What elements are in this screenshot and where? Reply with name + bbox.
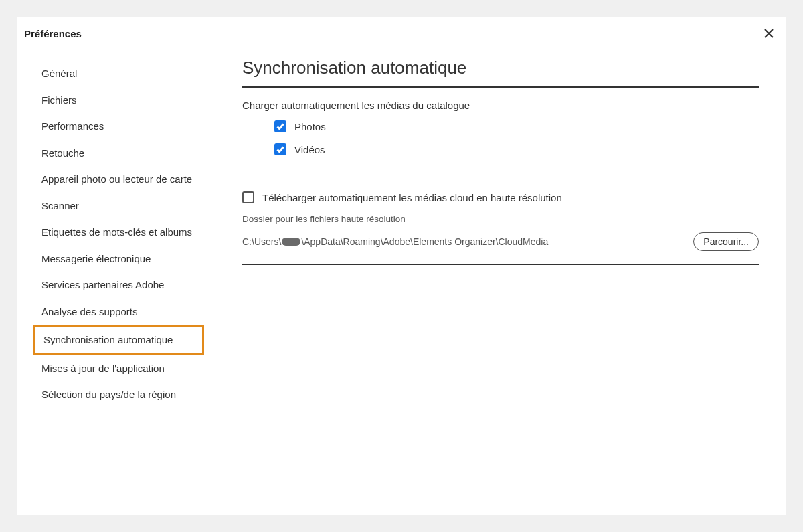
sidebar-item-media-analysis[interactable]: Analyse des supports	[17, 298, 215, 325]
redacted-username	[282, 238, 300, 246]
sidebar-item-partner-services[interactable]: Services partenaires Adobe	[17, 272, 215, 298]
photos-checkbox-label: Photos	[294, 121, 326, 132]
titlebar: Préférences	[17, 17, 786, 48]
folder-row: C:\Users\ \AppData\Roaming\Adobe\Element…	[242, 232, 759, 265]
folder-path: C:\Users\ \AppData\Roaming\Adobe\Element…	[242, 236, 548, 247]
spacer	[242, 166, 759, 191]
sidebar-item-performance[interactable]: Performances	[17, 113, 215, 140]
videos-checkbox-row: Vidéos	[274, 143, 759, 155]
panel-heading: Synchronisation automatique	[242, 58, 759, 88]
folder-path-prefix: C:\Users\	[242, 236, 281, 247]
dialog-title: Préférences	[24, 28, 82, 39]
close-icon	[764, 28, 774, 39]
folder-label: Dossier pour les fichiers haute résoluti…	[242, 214, 759, 224]
sidebar-item-editing[interactable]: Retouche	[17, 140, 215, 167]
check-icon	[276, 122, 284, 130]
sidebar-item-auto-sync[interactable]: Synchronisation automatique	[33, 325, 204, 355]
sidebar: Général Fichiers Performances Retouche A…	[17, 48, 215, 515]
browse-button[interactable]: Parcourir...	[693, 232, 759, 251]
sidebar-item-keyword-tags[interactable]: Etiquettes de mots-clés et albums	[17, 219, 215, 246]
videos-checkbox-label: Vidéos	[294, 144, 325, 155]
photos-checkbox[interactable]	[274, 120, 286, 132]
close-button[interactable]	[762, 26, 776, 41]
auto-upload-label: Charger automatiquement les médias du ca…	[242, 100, 759, 111]
photos-checkbox-row: Photos	[274, 120, 759, 132]
sidebar-item-camera[interactable]: Appareil photo ou lecteur de carte	[17, 166, 215, 193]
auto-download-checkbox-row: Télécharger automatiquement les médias c…	[242, 191, 759, 203]
sidebar-item-scanner[interactable]: Scanner	[17, 193, 215, 219]
check-icon	[276, 145, 284, 153]
auto-download-checkbox[interactable]	[242, 191, 254, 203]
sidebar-item-files[interactable]: Fichiers	[17, 87, 215, 114]
sidebar-item-general[interactable]: Général	[17, 60, 215, 87]
sidebar-item-email[interactable]: Messagerie électronique	[17, 246, 215, 272]
folder-path-suffix: \AppData\Roaming\Adobe\Elements Organize…	[301, 236, 548, 247]
sidebar-item-country[interactable]: Sélection du pays/de la région	[17, 381, 215, 408]
preferences-dialog: Préférences Général Fichiers Performance…	[17, 17, 786, 515]
auto-download-checkbox-label: Télécharger automatiquement les médias c…	[262, 192, 562, 203]
sidebar-item-app-updates[interactable]: Mises à jour de l'application	[17, 355, 215, 382]
videos-checkbox[interactable]	[274, 143, 286, 155]
main-panel: Synchronisation automatique Charger auto…	[215, 48, 786, 515]
dialog-content: Général Fichiers Performances Retouche A…	[17, 48, 786, 515]
